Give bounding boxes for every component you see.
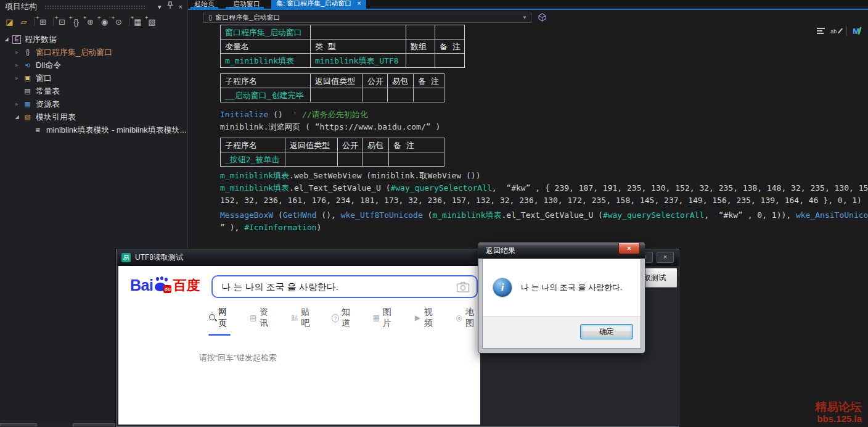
table-cell[interactable]	[285, 152, 338, 167]
rename-icon[interactable]: ab	[830, 28, 841, 35]
tree-item[interactable]: ◢E程序数据	[0, 33, 187, 46]
tree-item[interactable]: ▹•oDll命令	[0, 59, 187, 72]
tree-collapse-icon[interactable]: ▹	[13, 101, 21, 107]
add-bitmap-icon[interactable]: ▦	[133, 17, 143, 27]
table-row: 子程序名返回值类型公开易包备 注	[221, 138, 444, 152]
baidu-nav-image[interactable]: ▦图片	[372, 307, 398, 330]
table-cell[interactable]: 窗口程序集_启动窗口	[221, 25, 311, 39]
nav-label: 资讯	[260, 307, 274, 329]
table-cell[interactable]	[363, 88, 388, 102]
table-cell[interactable]: 返回值类型	[285, 138, 338, 152]
table-cell[interactable]: 子程序名	[221, 74, 311, 88]
nav-label: 知道	[342, 307, 356, 329]
close-button[interactable]: ×	[618, 243, 640, 254]
table-cell[interactable]	[414, 88, 444, 102]
table-cell[interactable]: 返回值类型	[311, 74, 363, 88]
baidu-nav-webpage[interactable]: 网页	[208, 307, 233, 330]
tree-expand-icon[interactable]: ◢	[2, 36, 10, 42]
tree-collapse-icon[interactable]: ▹	[13, 62, 21, 68]
table-cell[interactable]: 变量名	[221, 39, 311, 54]
breadcrumb[interactable]: {} 窗口程序集_启动窗口 ▼	[203, 12, 531, 23]
search-icon	[208, 313, 216, 322]
add-dll-icon[interactable]: ⊙	[113, 17, 124, 27]
table-cell[interactable]: 易包	[388, 74, 414, 88]
table-cell[interactable]	[406, 25, 435, 39]
tree-item[interactable]: ▹▣窗口	[0, 72, 187, 85]
table-cell[interactable]: 备 注	[414, 74, 444, 88]
add-window-icon[interactable]: ⊡	[57, 17, 67, 27]
tree-item-label: 窗口程序集_启动窗口	[36, 47, 112, 58]
copy-icon[interactable]: ▱	[18, 17, 29, 27]
embedded-browser[interactable]: Bai du 百度 나 는 나의 조국 을 사랑한다. 网页▤资讯贴贴吧?知道▦…	[118, 266, 480, 425]
table-cell[interactable]: 公开	[363, 74, 388, 88]
close-button[interactable]: ×	[657, 252, 674, 263]
code-line[interactable]: 152, 32, 236, 161, 176, 234, 181, 173, 3…	[220, 194, 868, 207]
chevron-down-icon[interactable]: ▾	[158, 0, 162, 14]
add-icon-resource-icon[interactable]: ▧	[147, 17, 157, 27]
tree-expand-icon[interactable]: ◢	[13, 114, 21, 120]
baidu-nav-video[interactable]: ▶视频	[414, 307, 439, 330]
table-cell[interactable]: 易包	[363, 138, 389, 152]
add-subprogram-icon[interactable]: ⊕	[85, 17, 96, 27]
table-row: m_miniblink填表miniblink填表_UTF8	[221, 54, 465, 68]
braces-icon: {}	[22, 48, 33, 57]
table-cell[interactable]	[389, 152, 444, 167]
tab-program-set[interactable]: 集: 窗口程序集_启动窗口×	[271, 0, 366, 9]
scrollbar-thumb[interactable]	[0, 423, 37, 426]
close-icon[interactable]: ×	[179, 0, 182, 14]
dll-icon: •o	[22, 60, 33, 70]
plugin-m-icon[interactable]: M	[853, 27, 859, 36]
code-line[interactable]: m_miniblink填表.web_SetWebView (miniblink.…	[220, 170, 868, 182]
baidu-nav-news[interactable]: ▤资讯	[249, 307, 274, 330]
new-project-icon[interactable]: ◪	[4, 17, 15, 27]
search-input[interactable]: 나 는 나의 조국 을 사랑한다.	[211, 275, 478, 298]
table-cell[interactable]: 公开	[338, 138, 363, 152]
tree-item[interactable]: ≣miniblink填表模块 - miniblink填表模块....	[0, 123, 187, 136]
tab-startup-window[interactable]: _启动窗口	[226, 0, 264, 9]
table-cell[interactable]	[311, 25, 406, 39]
table-cell[interactable]: 备 注	[389, 138, 444, 152]
chevron-down-icon[interactable]: ▼	[522, 15, 527, 20]
pin-icon[interactable]	[167, 0, 173, 14]
cube-icon[interactable]	[538, 13, 546, 24]
tree-item[interactable]: ▹▦资源表	[0, 97, 187, 110]
tab-start-page[interactable]: 起始页	[190, 0, 218, 9]
table-cell[interactable]: m_miniblink填表	[221, 54, 311, 68]
tree-collapse-icon[interactable]: ▹	[13, 49, 21, 55]
add-variable-icon[interactable]: ◉	[99, 17, 110, 27]
whitespace-toggle-icon[interactable]	[817, 28, 825, 35]
camera-icon[interactable]	[456, 281, 470, 296]
code-line[interactable]: m_miniblink填表.el_Text_SetValue_U (#way_q…	[220, 182, 868, 194]
tree-item[interactable]: ▤常量表	[0, 85, 187, 97]
tree-item[interactable]: ▹{}窗口程序集_启动窗口	[0, 46, 187, 59]
code-line[interactable]: ” ), #IcnInformation)	[220, 222, 868, 234]
table-cell[interactable]: 备 注	[435, 39, 465, 54]
scrollbar-thumb[interactable]	[73, 423, 115, 426]
table-cell[interactable]	[406, 54, 435, 68]
tree-item-label: 常量表	[36, 86, 60, 97]
ok-button[interactable]: 确定	[580, 324, 633, 339]
table-cell[interactable]	[435, 25, 465, 39]
baidu-nav-tieba[interactable]: 贴贴吧	[290, 307, 316, 330]
tab-close-icon[interactable]: ×	[357, 0, 361, 7]
table-cell[interactable]: miniblink填表_UTF8	[311, 54, 406, 68]
code-line[interactable]: miniblink.浏览网页 ( “https://www.baidu.com/…	[220, 121, 868, 133]
table-cell[interactable]: 类 型	[311, 39, 406, 54]
table-cell[interactable]: __启动窗口_创建完毕	[221, 88, 311, 102]
add-program-set-icon[interactable]: {}	[71, 17, 81, 27]
table-cell[interactable]: _按钮2_被单击	[221, 152, 285, 167]
add-member-icon[interactable]: ⊞	[38, 17, 48, 27]
code-line[interactable]: MessageBoxW (GetHWnd (), wke_Utf8ToUnico…	[220, 209, 868, 222]
table-cell[interactable]: 数组	[406, 39, 435, 54]
table-cell[interactable]	[388, 88, 414, 102]
table-cell[interactable]: 子程序名	[221, 138, 285, 152]
baidu-nav-zhidao[interactable]: ?知道	[332, 307, 356, 330]
table-cell[interactable]	[338, 152, 363, 167]
table-cell[interactable]	[435, 54, 465, 68]
tree-item[interactable]: ◢▧模块引用表	[0, 110, 187, 123]
table-cell[interactable]	[311, 88, 363, 102]
code-line[interactable]: Initialize () ' //请务必先初始化	[220, 109, 868, 121]
table-cell[interactable]	[363, 152, 389, 167]
tree-collapse-icon[interactable]: ▹	[13, 75, 21, 81]
baidu-nav-map[interactable]: ◎地图	[455, 307, 480, 330]
